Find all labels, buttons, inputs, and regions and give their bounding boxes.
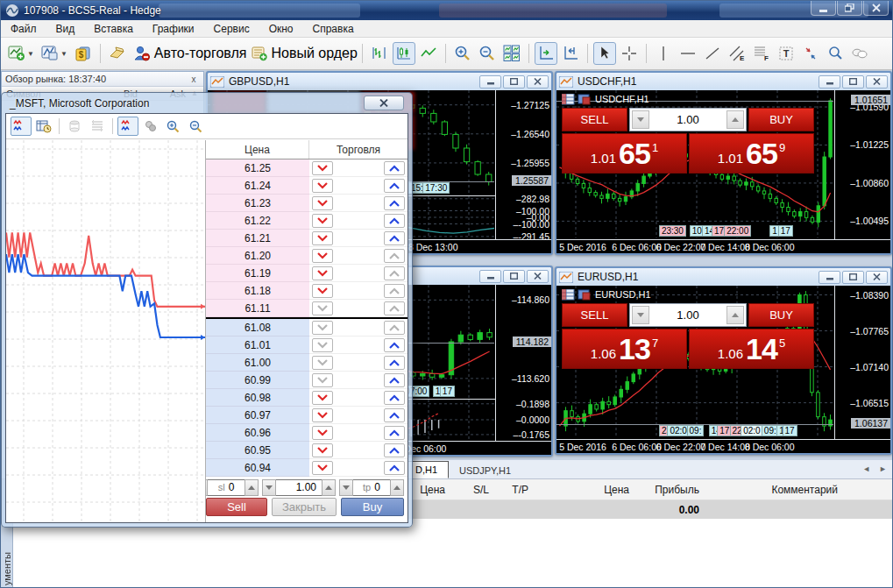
close-button[interactable] — [863, 1, 889, 16]
buy-limit-button[interactable] — [384, 356, 405, 370]
mql5-book-icon[interactable] — [106, 42, 129, 65]
zoom-in-icon[interactable] — [163, 117, 184, 136]
fibonacci-icon[interactable]: F — [750, 42, 773, 65]
crosshair-icon[interactable] — [618, 42, 641, 65]
comments-icon[interactable] — [848, 42, 871, 65]
menu-item-Сервис[interactable]: Сервис — [204, 21, 259, 37]
chart-mode-icon[interactable] — [578, 289, 591, 301]
buy-limit-button[interactable] — [384, 321, 405, 335]
menu-item-Справка[interactable]: Справка — [303, 21, 364, 37]
minimize-button[interactable] — [819, 271, 840, 284]
buy-limit-button[interactable] — [384, 391, 405, 405]
close-button[interactable] — [364, 96, 404, 110]
sell-limit-button[interactable] — [312, 196, 333, 210]
sell-button[interactable]: Sell — [206, 498, 267, 516]
usdchf-volume-value[interactable]: 1.00 — [651, 109, 725, 131]
sell-limit-button[interactable] — [312, 356, 333, 370]
minimize-button[interactable] — [479, 270, 501, 283]
menu-item-Вид[interactable]: Вид — [46, 21, 85, 37]
tp-increase-icon[interactable] — [390, 479, 404, 496]
sell-limit-button[interactable] — [312, 426, 333, 440]
show-volumes-icon[interactable] — [140, 117, 161, 136]
zoom-out-icon[interactable] — [186, 117, 207, 136]
eurusd-title-bar[interactable]: EURUSD,H1 — [556, 268, 890, 286]
magnifier-icon[interactable] — [824, 42, 847, 65]
sell-limit-button[interactable] — [312, 266, 333, 280]
close-button[interactable] — [866, 75, 888, 89]
buy-limit-button[interactable] — [384, 284, 405, 298]
menu-item-Вставка[interactable]: Вставка — [84, 21, 143, 37]
horizontal-line-icon[interactable] — [677, 42, 699, 65]
trade-col-S/L[interactable]: S/L — [454, 484, 498, 496]
ladder-col-price[interactable]: Цена — [206, 140, 309, 159]
text-label-icon[interactable]: T — [775, 42, 797, 65]
usdchf-volume-stepper[interactable]: 1.00 — [629, 108, 747, 131]
ladder-col-trade[interactable]: Торговля — [309, 140, 408, 159]
usdchf-sell-price[interactable]: 1.01651 — [562, 133, 687, 174]
restore-button[interactable] — [503, 75, 525, 89]
sell-limit-button[interactable] — [312, 321, 333, 335]
trade-col-Цена[interactable]: Цена — [537, 484, 638, 496]
msft-dom-title-bar[interactable]: _MSFT, Microsoft Corporation — [5, 93, 408, 113]
tick-chart[interactable] — [6, 140, 206, 522]
new-chart-icon[interactable]: ▼ — [5, 42, 37, 65]
usdchf-title-bar[interactable]: USDCHF,H1 — [556, 73, 890, 90]
menu-item-Файл[interactable]: Файл — [1, 21, 46, 37]
tp-value[interactable]: 0 — [374, 481, 380, 493]
eurusd-buy-price[interactable]: 1.06145 — [689, 329, 814, 369]
eurusd-sell-price[interactable]: 1.06137 — [562, 329, 687, 369]
close-button[interactable] — [866, 271, 888, 284]
market-watch-close-icon[interactable]: x — [188, 74, 200, 84]
eurusd-buy-button[interactable]: BUY — [748, 303, 814, 327]
buy-limit-button[interactable] — [384, 408, 405, 422]
buy-limit-button[interactable] — [384, 196, 405, 210]
time-axis[interactable]: 5 Dec 20166 Dec 06:006 Dec 22:007 Dec 14… — [556, 239, 890, 253]
tab-scroll-right-icon[interactable]: ► — [879, 464, 887, 473]
buy-limit-button[interactable] — [384, 373, 405, 387]
arrows-icon[interactable] — [799, 42, 822, 65]
restore-button[interactable] — [842, 271, 864, 284]
sell-limit-button[interactable] — [312, 214, 333, 228]
line-chart-icon[interactable] — [417, 42, 440, 65]
usdchf-buy-price[interactable]: 1.01659 — [689, 133, 814, 174]
sell-limit-button[interactable] — [312, 461, 333, 475]
buy-limit-button[interactable] — [384, 301, 405, 315]
minimize-button[interactable] — [479, 75, 501, 89]
menu-item-Окно[interactable]: Окно — [259, 21, 303, 37]
volume-increase-icon[interactable] — [322, 479, 336, 496]
sell-limit-button[interactable] — [312, 161, 333, 175]
restore-button[interactable] — [842, 75, 864, 89]
usdchf-plot-pane[interactable]: 23:3010:1417:322:00117USDCHF,H1SELL1.00B… — [556, 90, 833, 238]
volume-decrease-icon[interactable] — [632, 306, 649, 324]
equidistant-channel-icon[interactable]: E — [726, 42, 748, 65]
trend-line-icon[interactable] — [701, 42, 724, 65]
cursor-icon[interactable] — [593, 42, 616, 65]
orders-history-icon[interactable] — [33, 117, 54, 136]
zoom-in-icon[interactable] — [451, 42, 474, 65]
eurusd-volume-stepper[interactable]: 1.00 — [629, 303, 747, 327]
buy-limit-button[interactable] — [384, 443, 405, 457]
sell-limit-button[interactable] — [312, 284, 333, 298]
buy-limit-button[interactable] — [384, 338, 405, 352]
restore-button[interactable] — [503, 270, 525, 283]
zoom-out-icon[interactable] — [476, 42, 499, 65]
chart-mode-icon[interactable] — [578, 94, 591, 105]
buy-button[interactable]: Buy — [341, 498, 404, 516]
menu-item-Графики[interactable]: Графики — [143, 21, 204, 37]
dom-toggle-icon[interactable] — [562, 289, 575, 301]
volume-increase-icon[interactable] — [726, 110, 744, 129]
sell-limit-button[interactable] — [312, 338, 333, 352]
time-axis[interactable]: 5 Dec 20166 Dec 06:006 Dec 22:007 Dec 14… — [556, 439, 890, 453]
dropdown-arrow-icon[interactable]: ▼ — [27, 50, 34, 58]
sell-limit-button[interactable] — [312, 391, 333, 405]
buy-limit-button[interactable] — [384, 179, 405, 193]
buy-limit-button[interactable] — [384, 214, 405, 228]
close-button[interactable] — [527, 270, 549, 283]
restore-button[interactable] — [837, 1, 862, 16]
new-order-icon[interactable] — [248, 42, 271, 65]
buy-limit-button[interactable] — [384, 426, 405, 440]
volume-value[interactable]: 1.00 — [296, 481, 316, 493]
volume-stepper[interactable]: 1.00 — [262, 479, 336, 496]
chart-tab-USDJPY,H1[interactable]: USDJPY,H1 — [449, 463, 521, 478]
trade-col-Комментарий[interactable]: Комментарий — [708, 484, 892, 496]
